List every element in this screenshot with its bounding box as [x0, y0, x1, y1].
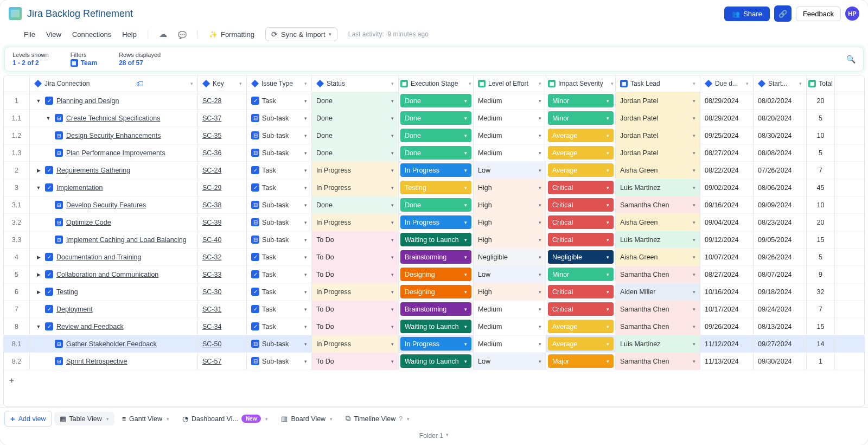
- rows-filter[interactable]: Rows displayed 28 of 57: [119, 52, 161, 67]
- cell-status[interactable]: Done▾: [312, 127, 399, 144]
- expand-toggle[interactable]: [35, 271, 42, 277]
- cell-effort[interactable]: High▾: [474, 179, 546, 196]
- cell-execution-stage[interactable]: Testing▾: [399, 179, 474, 196]
- cell-execution-stage[interactable]: Waiting to Launch▾: [399, 231, 474, 248]
- col-key[interactable]: Key▾: [198, 75, 247, 92]
- cell-execution-stage[interactable]: Brainstorming▾: [399, 301, 474, 317]
- cell-status[interactable]: To Do▾: [312, 266, 399, 283]
- cell-key[interactable]: SC-37: [198, 110, 247, 126]
- cell-due-date[interactable]: 08/27/2024: [700, 266, 754, 283]
- cell-status[interactable]: Done▾: [312, 144, 399, 161]
- cell-status[interactable]: To Do▾: [312, 301, 399, 317]
- cell-status[interactable]: Done▾: [312, 92, 399, 109]
- cell-effort[interactable]: Medium▾: [474, 92, 546, 109]
- cell-start-date[interactable]: 09/24/2024: [754, 301, 807, 317]
- table-row[interactable]: 6✓TestingSC-30✓Task▾In Progress▾Designin…: [4, 283, 864, 301]
- issue-title[interactable]: Collaboration and Communication: [56, 271, 158, 278]
- cell-effort[interactable]: Medium▾: [474, 144, 546, 161]
- cell-issue-type[interactable]: ⊟Sub-task▾: [247, 231, 312, 248]
- cell-status[interactable]: To Do▾: [312, 249, 399, 265]
- cell-status[interactable]: Done▾: [312, 196, 399, 213]
- cell-status[interactable]: In Progress▾: [312, 162, 399, 179]
- cell-key[interactable]: SC-32: [198, 249, 247, 265]
- cell-status[interactable]: Done▾: [312, 110, 399, 126]
- cell-start-date[interactable]: 09/30/2024: [754, 353, 807, 370]
- cell-issue-type[interactable]: ⊟Sub-task▾: [247, 214, 312, 231]
- chat-icon[interactable]: [178, 30, 187, 39]
- cell-effort[interactable]: Medium▾: [474, 110, 546, 126]
- table-row[interactable]: 3.1⊟Develop Security FeaturesSC-38⊟Sub-t…: [4, 196, 864, 214]
- expand-toggle[interactable]: [35, 167, 42, 173]
- table-row[interactable]: 1.3⊟Plan Performance ImprovementsSC-36⊟S…: [4, 144, 864, 162]
- cell-key[interactable]: SC-24: [198, 162, 247, 179]
- cell-key[interactable]: SC-33: [198, 266, 247, 283]
- expand-toggle[interactable]: [35, 254, 42, 260]
- cell-task-lead[interactable]: Aisha Green▾: [616, 162, 700, 179]
- table-row[interactable]: 1.1⊟Create Technical SpecificationsSC-37…: [4, 110, 864, 127]
- expand-toggle[interactable]: [35, 98, 42, 104]
- cell-start-date[interactable]: 08/30/2024: [754, 127, 807, 144]
- cell-due-date[interactable]: 08/29/2024: [700, 92, 754, 109]
- col-impact-severity[interactable]: ▦Impact Severity▾: [546, 75, 616, 92]
- table-row[interactable]: 1✓Planning and DesignSC-28✓Task▾Done▾Don…: [4, 92, 864, 110]
- table-row[interactable]: 8.2⊟Sprint RetrospectiveSC-57⊟Sub-task▾T…: [4, 353, 864, 370]
- issue-title[interactable]: Optimize Code: [66, 219, 111, 226]
- cell-title[interactable]: ✓Planning and Design: [30, 92, 198, 109]
- col-issue-type[interactable]: Issue Type▾: [247, 75, 312, 92]
- sync-import-button[interactable]: Sync & Import ▾: [265, 27, 337, 41]
- col-jira-connection[interactable]: Jira Connection🏷▾: [30, 75, 198, 92]
- cell-due-date[interactable]: 08/29/2024: [700, 110, 754, 126]
- issue-title[interactable]: Create Technical Specifications: [66, 115, 160, 122]
- cell-key[interactable]: SC-57: [198, 353, 247, 370]
- cell-execution-stage[interactable]: Waiting to Launch▾: [399, 318, 474, 335]
- feedback-button[interactable]: Feedback: [796, 7, 841, 21]
- cell-start-date[interactable]: 08/07/2024: [754, 266, 807, 283]
- table-row[interactable]: 4✓Documentation and TrainingSC-32✓Task▾T…: [4, 249, 864, 266]
- issue-title[interactable]: Deployment: [56, 306, 93, 313]
- col-start-date[interactable]: Start...▾: [754, 75, 807, 92]
- cell-impact[interactable]: Critical▾: [546, 196, 616, 213]
- expand-toggle[interactable]: [35, 185, 42, 190]
- table-row[interactable]: 3.3⊟Implement Caching and Load Balancing…: [4, 231, 864, 249]
- cell-key[interactable]: SC-50: [198, 335, 247, 352]
- table-row[interactable]: 3✓ImplementationSC-29✓Task▾In Progress▾T…: [4, 179, 864, 196]
- cell-issue-type[interactable]: ⊟Sub-task▾: [247, 110, 312, 126]
- cell-effort[interactable]: Medium▾: [474, 301, 546, 317]
- col-execution-stage[interactable]: ▦Execution Stage▾: [399, 75, 474, 92]
- cell-impact[interactable]: Average▾: [546, 162, 616, 179]
- cell-task-lead[interactable]: Aisha Green▾: [616, 249, 700, 265]
- cell-due-date[interactable]: 10/17/2024: [700, 301, 754, 317]
- cell-title[interactable]: ✓Deployment: [30, 301, 198, 317]
- cell-key[interactable]: SC-29: [198, 179, 247, 196]
- cell-task-lead[interactable]: Luis Martinez▾: [616, 231, 700, 248]
- cell-issue-type[interactable]: ⊟Sub-task▾: [247, 127, 312, 144]
- cell-execution-stage[interactable]: In Progress▾: [399, 162, 474, 179]
- copy-link-button[interactable]: [774, 5, 792, 22]
- cell-title[interactable]: ⊟Create Technical Specifications: [30, 110, 198, 126]
- cell-status[interactable]: To Do▾: [312, 231, 399, 248]
- cell-start-date[interactable]: 08/13/2024: [754, 318, 807, 335]
- add-view-button[interactable]: Add view: [4, 411, 52, 427]
- cell-due-date[interactable]: 09/02/2024: [700, 179, 754, 196]
- cell-issue-type[interactable]: ⊟Sub-task▾: [247, 144, 312, 161]
- cell-execution-stage[interactable]: Done▾: [399, 92, 474, 109]
- cloud-icon[interactable]: [159, 29, 167, 39]
- issue-title[interactable]: Requirements Gathering: [56, 167, 130, 174]
- cell-task-lead[interactable]: Jordan Patel▾: [616, 110, 700, 126]
- cell-effort[interactable]: Negligible▾: [474, 249, 546, 265]
- cell-execution-stage[interactable]: Brainstorming▾: [399, 249, 474, 265]
- col-status[interactable]: Status▾: [312, 75, 399, 92]
- cell-issue-type[interactable]: ⊟Sub-task▾: [247, 335, 312, 352]
- cell-issue-type[interactable]: ⊟Sub-task▾: [247, 353, 312, 370]
- cell-status[interactable]: To Do▾: [312, 318, 399, 335]
- issue-title[interactable]: Design Security Enhancements: [66, 132, 161, 139]
- cell-key[interactable]: SC-28: [198, 92, 247, 109]
- cell-due-date[interactable]: 08/27/2024: [700, 144, 754, 161]
- cell-task-lead[interactable]: Samantha Chen▾: [616, 318, 700, 335]
- cell-title[interactable]: ⊟Sprint Retrospective: [30, 353, 198, 370]
- cell-task-lead[interactable]: Jordan Patel▾: [616, 144, 700, 161]
- cell-start-date[interactable]: 09/18/2024: [754, 283, 807, 300]
- tab-gantt-view[interactable]: ≡Gantt View▾: [117, 412, 175, 425]
- cell-issue-type[interactable]: ✓Task▾: [247, 92, 312, 109]
- cell-status[interactable]: To Do▾: [312, 353, 399, 370]
